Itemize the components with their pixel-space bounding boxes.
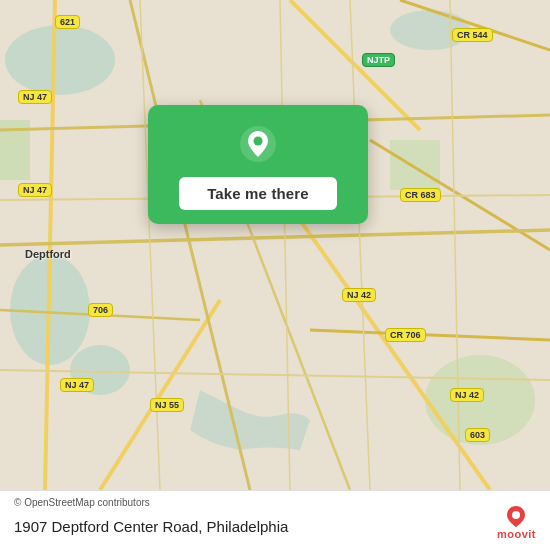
svg-point-28	[512, 511, 520, 519]
road-badge-621: 621	[55, 15, 80, 29]
copyright-text: © OpenStreetMap contributors	[14, 497, 150, 508]
road-badge-603: 603	[465, 428, 490, 442]
road-badge-nj47-3: NJ 47	[60, 378, 94, 392]
road-badge-njtp: NJTP	[362, 53, 395, 67]
moovit-logo-icon	[502, 505, 530, 527]
deptford-label: Deptford	[25, 248, 71, 260]
road-badge-cr683: CR 683	[400, 188, 441, 202]
popup-card: Take me there	[148, 105, 368, 224]
road-badge-nj42-1: NJ 42	[342, 288, 376, 302]
road-badge-706: 706	[88, 303, 113, 317]
address-text: 1907 Deptford Center Road, Philadelphia	[14, 518, 536, 535]
map-svg	[0, 0, 550, 490]
bottom-bar: © OpenStreetMap contributors 1907 Deptfo…	[0, 490, 550, 550]
take-me-there-button[interactable]: Take me there	[179, 177, 337, 210]
road-badge-nj42-2: NJ 42	[450, 388, 484, 402]
road-badge-nj47-2: NJ 47	[18, 183, 52, 197]
svg-point-1	[5, 25, 115, 95]
road-badge-nj55: NJ 55	[150, 398, 184, 412]
moovit-text: moovit	[497, 528, 536, 540]
map-container: 621 NJ 47 NJ 47 NJ 47 NJ 55 NJ 42 NJ 42 …	[0, 0, 550, 490]
road-badge-cr706: CR 706	[385, 328, 426, 342]
road-badge-nj47-1: NJ 47	[18, 90, 52, 104]
moovit-logo: moovit	[497, 505, 536, 540]
svg-point-27	[254, 137, 263, 146]
map-pin-icon	[237, 123, 279, 165]
road-badge-cr544: CR 544	[452, 28, 493, 42]
svg-rect-6	[390, 140, 440, 190]
